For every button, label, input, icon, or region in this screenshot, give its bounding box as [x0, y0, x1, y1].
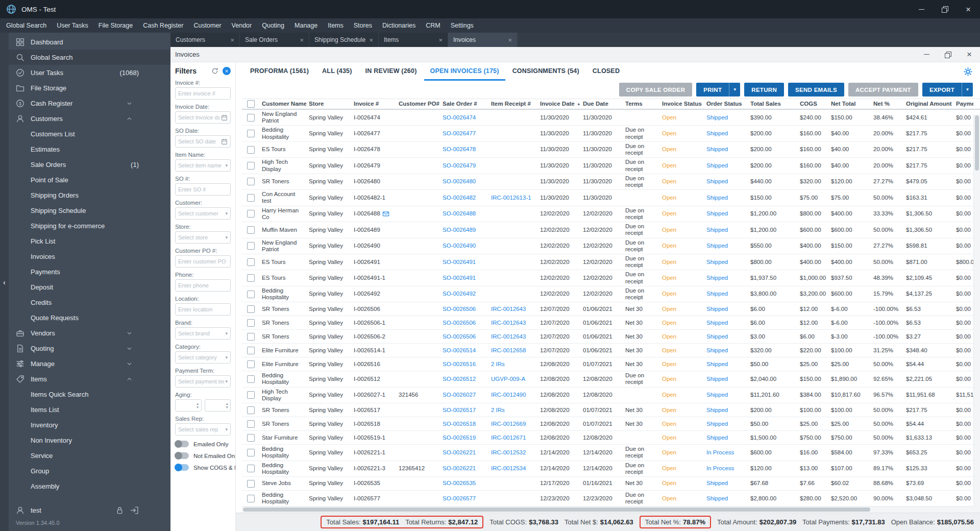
sidebar-item-non-inventory[interactable]: Non Inventory [9, 432, 170, 448]
sale-order-link[interactable]: SO-0026516 [443, 361, 476, 368]
export-dropdown-button[interactable]: ▼ [962, 83, 973, 96]
invoice-row[interactable]: New England PatriotSpring ValleyI-002649… [242, 238, 973, 254]
column-header-invoice-date[interactable]: Invoice Date▲ [537, 99, 580, 109]
view-tab-consignments-54[interactable]: CONSIGNMENTS (54) [506, 62, 585, 81]
horizontal-scrollbar-thumb[interactable] [243, 508, 870, 512]
sidebar-item-customers[interactable]: Customers [9, 111, 170, 126]
row-checkbox[interactable] [247, 480, 255, 488]
item-receipt-link[interactable]: IRC-0012643 [491, 320, 526, 326]
expander[interactable] [126, 330, 139, 336]
row-checkbox[interactable] [247, 178, 255, 185]
expander[interactable] [126, 115, 139, 122]
invoice-row[interactable]: Bedding HospitalitySpring ValleyI-002622… [242, 445, 973, 461]
collapse-sidebar-icon[interactable]: ‹ [3, 278, 6, 286]
column-header-cogs[interactable]: COGS [797, 99, 828, 109]
aging-max-stepper[interactable]: ▲▼ [205, 399, 231, 412]
filter-category-select[interactable]: Select category▾ [175, 351, 231, 364]
export-button[interactable]: EXPORT [922, 83, 962, 96]
document-tab-items[interactable]: Items× [379, 33, 448, 47]
invoice-row[interactable]: Elite FurnitureSpring ValleyI-0026516SO-… [242, 357, 973, 371]
close-tab-icon[interactable]: × [300, 36, 304, 44]
row-checkbox[interactable] [247, 434, 255, 442]
row-checkbox[interactable] [247, 130, 255, 137]
row-checkbox[interactable] [247, 319, 255, 327]
filter-location-input[interactable] [178, 306, 228, 312]
copy-sale-order-button[interactable]: COPY SALE ORDER [619, 83, 692, 96]
column-header-item-receipt[interactable]: Item Receipt # [488, 99, 537, 109]
row-checkbox[interactable] [247, 146, 255, 154]
return-button[interactable]: RETURN [744, 83, 784, 96]
row-checkbox[interactable] [247, 194, 255, 202]
row-checkbox[interactable] [247, 258, 255, 266]
logout-icon[interactable] [130, 506, 139, 515]
invoice-row[interactable]: ES ToursSpring ValleyI-0026491-1SO-00264… [242, 270, 973, 286]
not-emailed-only-toggle[interactable] [175, 452, 189, 459]
invoice-row[interactable]: Bedding HospitalitySpring ValleyI-002651… [242, 371, 973, 387]
row-checkbox[interactable] [247, 420, 255, 428]
filter-so-input[interactable] [178, 186, 228, 192]
column-header-net-total[interactable]: Net Total [828, 99, 871, 109]
sidebar-item-user-tasks[interactable]: User Tasks(1068) [9, 65, 170, 80]
row-checkbox[interactable] [247, 406, 255, 414]
filter-customer-po-input[interactable] [178, 258, 228, 264]
row-checkbox[interactable] [247, 391, 255, 399]
invoice-row[interactable]: ES ToursSpring ValleyI-0026478SO-0026478… [242, 142, 973, 158]
view-tab-in-review-260[interactable]: IN REVIEW (260) [359, 62, 423, 81]
sidebar-item-assembly[interactable]: Assembly [9, 478, 170, 494]
expander[interactable] [126, 100, 139, 107]
sidebar-item-deposit[interactable]: Deposit [9, 279, 170, 295]
invoice-row[interactable]: New England PatriotSpring ValleyI-002647… [242, 110, 973, 126]
row-checkbox[interactable] [247, 114, 255, 122]
menu-item-settings[interactable]: Settings [446, 18, 479, 33]
sidebar-item-cash-register[interactable]: $Cash Register [9, 95, 170, 111]
invoice-row[interactable]: Harry Herman CoSpring ValleyI-0026488SO-… [242, 206, 973, 222]
sidebar-item-group[interactable]: Group [9, 463, 170, 478]
column-header-payments[interactable]: Payments [953, 99, 973, 109]
inner-close-button[interactable]: × [959, 47, 980, 62]
sale-order-link[interactable]: SO-0026491 [443, 275, 476, 281]
filter-brand-select[interactable]: Select brand▾ [175, 327, 231, 340]
invoice-row[interactable]: Bedding HospitalitySpring ValleyI-002647… [242, 126, 973, 141]
column-header-store[interactable]: Store [306, 99, 351, 109]
column-header-due-date[interactable]: Due Date [580, 99, 623, 109]
sale-order-link[interactable]: SO-0026027 [443, 392, 476, 398]
filter-sales-rep-select[interactable]: Select sales rep▾ [175, 423, 231, 436]
invoice-row[interactable]: Star FurnitureSpring ValleyI-0026519-1SO… [242, 431, 973, 445]
row-checkbox[interactable] [247, 291, 255, 298]
inner-restore-button[interactable] [937, 47, 959, 62]
invoice-row[interactable]: SR TonersSpring ValleyI-0026506-1SO-0026… [242, 316, 973, 330]
invoice-row[interactable]: Bedding HospitalitySpring ValleyI-002622… [242, 461, 973, 477]
menu-item-vendor[interactable]: Vendor [227, 18, 257, 33]
sidebar-item-items-quick-search[interactable]: Items Quick Search [9, 387, 170, 402]
filter-invoice-date-input[interactable]: Select Invoice date [175, 111, 231, 124]
close-button[interactable]: × [957, 0, 980, 18]
column-header-customer-po[interactable]: Customer PO# [396, 99, 440, 109]
invoice-row[interactable]: ES ToursSpring ValleyI-0026491SO-0026491… [242, 254, 973, 270]
table-settings-button[interactable] [963, 62, 973, 81]
item-receipt-link[interactable]: IRC-0012613-1 [491, 195, 531, 201]
row-checkbox[interactable] [247, 305, 255, 313]
row-checkbox[interactable] [247, 333, 255, 341]
sale-order-link[interactable]: SO-0026478 [443, 146, 476, 153]
horizontal-scrollbar[interactable] [242, 506, 980, 513]
item-receipt-link[interactable]: 2 IRs [491, 407, 505, 414]
print-dropdown-button[interactable]: ▼ [729, 83, 740, 96]
sidebar-item-file-storage[interactable]: File Storage [9, 80, 170, 95]
lock-icon[interactable] [115, 506, 124, 515]
invoice-row[interactable]: Con Account testSpring ValleyI-0026482-1… [242, 190, 973, 206]
invoice-row[interactable]: High Tech DisplaySpring ValleyI-0026027-… [242, 388, 973, 403]
column-header-invoice[interactable]: Invoice # [351, 99, 396, 109]
sale-order-link[interactable]: SO-0026480 [443, 178, 476, 185]
column-header-total-sales[interactable]: Total Sales [748, 99, 797, 109]
menu-item-quoting[interactable]: Quoting [257, 18, 289, 33]
sale-order-link[interactable]: SO-0026221 [443, 449, 476, 456]
filter-phone-input[interactable] [178, 282, 228, 288]
item-receipt-link[interactable]: 2 IRs [491, 361, 505, 368]
row-checkbox[interactable] [247, 347, 255, 354]
sidebar-item-shipping-orders[interactable]: Shipping Orders [9, 187, 170, 203]
column-header-terms[interactable]: Terms [623, 99, 659, 109]
sale-order-link[interactable]: SO-0026512 [443, 376, 476, 382]
sale-order-link[interactable]: SO-0026491 [443, 259, 476, 266]
row-checkbox[interactable] [247, 495, 255, 502]
row-checkbox[interactable] [247, 210, 255, 218]
